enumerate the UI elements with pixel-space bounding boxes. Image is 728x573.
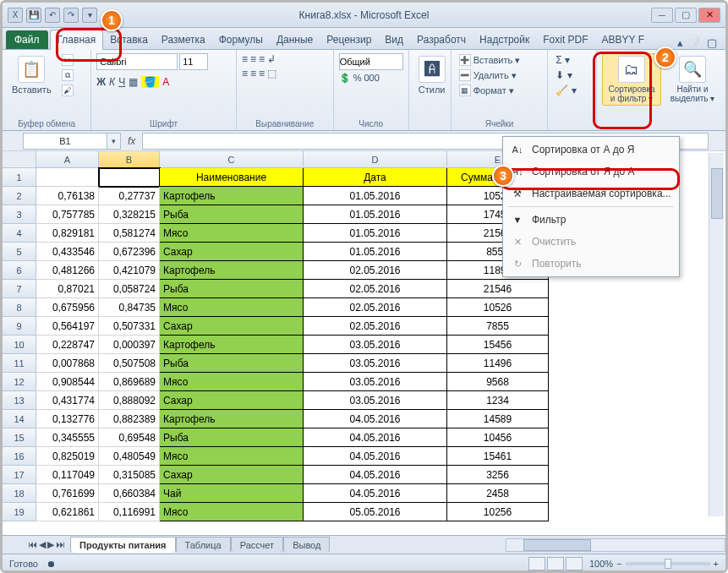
cell[interactable]: 0,825019: [36, 447, 99, 466]
cell[interactable]: 03.05.2016: [304, 391, 447, 410]
cell[interactable]: 0,69548: [99, 428, 160, 447]
cell[interactable]: 0,315085: [99, 466, 160, 484]
cell[interactable]: Мясо: [160, 298, 304, 317]
tab-home[interactable]: Главная: [50, 30, 104, 50]
percent-button[interactable]: %: [353, 73, 362, 84]
cell[interactable]: 0,564197: [36, 317, 99, 336]
cell[interactable]: 0,507331: [99, 317, 160, 336]
styles-button[interactable]: 🅰 Стили: [414, 53, 450, 97]
format-painter-button[interactable]: 🖌: [59, 84, 76, 97]
cell[interactable]: 0,228747: [36, 336, 99, 354]
cell[interactable]: Мясо: [160, 503, 304, 521]
cell[interactable]: 0,480549: [99, 447, 160, 466]
cell[interactable]: 0,660384: [99, 484, 160, 503]
cell[interactable]: 0,27737: [99, 187, 160, 205]
custom-sort-item[interactable]: ⚒Настраиваемая сортировка...: [505, 183, 677, 205]
cell[interactable]: Сахар: [160, 391, 304, 410]
font-name-input[interactable]: [96, 53, 178, 70]
cell[interactable]: 0,581274: [99, 224, 160, 243]
tab-developer[interactable]: Разработч: [410, 30, 473, 49]
cell[interactable]: 02.05.2016: [304, 280, 447, 298]
cell[interactable]: 0,621861: [36, 503, 99, 521]
sort-desc-item[interactable]: Я↓Сортировка от Я до А: [505, 161, 677, 183]
sheet-tab-active[interactable]: Продукты питания: [70, 537, 176, 553]
number-format-select[interactable]: [339, 53, 403, 70]
cell[interactable]: 14589: [447, 410, 549, 428]
align-left-button[interactable]: ≡: [242, 68, 248, 79]
tab-insert[interactable]: Вставка: [103, 30, 155, 49]
cell[interactable]: 0,829181: [36, 224, 99, 243]
format-cells-button[interactable]: ▦Формат ▾: [457, 84, 523, 97]
wrap-text-button[interactable]: ↲: [267, 53, 276, 65]
cell[interactable]: 03.05.2016: [304, 354, 447, 373]
col-head-b[interactable]: B: [99, 151, 160, 168]
cell[interactable]: Чай: [160, 484, 304, 503]
insert-cells-button[interactable]: ➕Вставить ▾: [457, 53, 523, 67]
col-head-c[interactable]: C: [160, 151, 304, 168]
cell[interactable]: 10456: [447, 428, 549, 447]
cell[interactable]: 04.05.2016: [304, 428, 447, 447]
cell[interactable]: 03.05.2016: [304, 373, 447, 391]
tab-data[interactable]: Данные: [270, 30, 320, 49]
cell[interactable]: Наименование: [160, 168, 304, 187]
cell[interactable]: 0,007868: [36, 354, 99, 373]
minimize-ribbon-icon[interactable]: ▴: [677, 36, 683, 49]
macro-record-icon[interactable]: ⏺: [47, 559, 56, 569]
cell[interactable]: Мясо: [160, 373, 304, 391]
cell[interactable]: Рыба: [160, 354, 304, 373]
cell[interactable]: 2458: [447, 484, 549, 503]
close-button[interactable]: ✕: [698, 8, 720, 23]
cell[interactable]: 3256: [447, 466, 549, 484]
cell[interactable]: 0,058724: [99, 280, 160, 298]
cell[interactable]: 0,433546: [36, 243, 99, 261]
cell[interactable]: 0,87021: [36, 280, 99, 298]
cell[interactable]: Рыба: [160, 280, 304, 298]
merge-button[interactable]: ⬚: [267, 68, 276, 79]
fill-color-button[interactable]: 🪣: [141, 76, 159, 88]
sheet-nav-next[interactable]: ▶: [47, 539, 54, 550]
align-right-button[interactable]: ≡: [259, 68, 265, 79]
delete-cells-button[interactable]: ➖Удалить ▾: [457, 68, 523, 82]
cell[interactable]: 0,84735: [99, 298, 160, 317]
name-box-dropdown[interactable]: ▾: [107, 133, 121, 150]
align-center-button[interactable]: ≡: [250, 68, 256, 79]
cell[interactable]: 04.05.2016: [304, 466, 447, 484]
cell[interactable]: 01.05.2016: [304, 187, 447, 205]
sheet-tab-1[interactable]: Таблица: [176, 537, 231, 553]
cell[interactable]: 0,908544: [36, 373, 99, 391]
page-layout-view-button[interactable]: [547, 557, 564, 570]
cell[interactable]: 11496: [447, 354, 549, 373]
cell[interactable]: 1234: [447, 391, 549, 410]
cell[interactable]: 0,431774: [36, 391, 99, 410]
minimize-button[interactable]: ─: [651, 8, 673, 23]
cell[interactable]: 04.05.2016: [304, 484, 447, 503]
zoom-out-button[interactable]: −: [616, 559, 621, 569]
cell[interactable]: Рыба: [160, 205, 304, 224]
cell[interactable]: 0,757785: [36, 205, 99, 224]
cell[interactable]: 0,116991: [99, 503, 160, 521]
vscroll-thumb[interactable]: [711, 168, 723, 219]
cell[interactable]: 0,328215: [99, 205, 160, 224]
cell[interactable]: 01.05.2016: [304, 224, 447, 243]
align-top-button[interactable]: ≡: [242, 53, 248, 65]
tab-layout[interactable]: Разметка: [155, 30, 212, 49]
col-head-d[interactable]: D: [304, 151, 447, 168]
zoom-in-button[interactable]: +: [714, 559, 719, 569]
cell[interactable]: 0,761699: [36, 484, 99, 503]
cell[interactable]: Мясо: [160, 447, 304, 466]
cell[interactable]: [36, 168, 99, 187]
name-box[interactable]: B1: [23, 133, 107, 150]
tab-review[interactable]: Рецензир: [320, 30, 378, 49]
cell[interactable]: 0,117049: [36, 466, 99, 484]
page-break-view-button[interactable]: [566, 557, 583, 570]
autosum-button[interactable]: Σ ▾: [553, 53, 578, 67]
zoom-level[interactable]: 100%: [589, 559, 613, 569]
cell[interactable]: Картофель: [160, 336, 304, 354]
bold-button[interactable]: Ж: [96, 76, 106, 88]
normal-view-button[interactable]: [528, 557, 545, 570]
cell[interactable]: 0,882389: [99, 410, 160, 428]
tab-abbyy[interactable]: ABBYY F: [595, 30, 651, 49]
window-close-icon[interactable]: ▢: [707, 36, 717, 49]
cell[interactable]: 0,675956: [36, 298, 99, 317]
qat-more-icon[interactable]: ▾: [82, 8, 97, 23]
